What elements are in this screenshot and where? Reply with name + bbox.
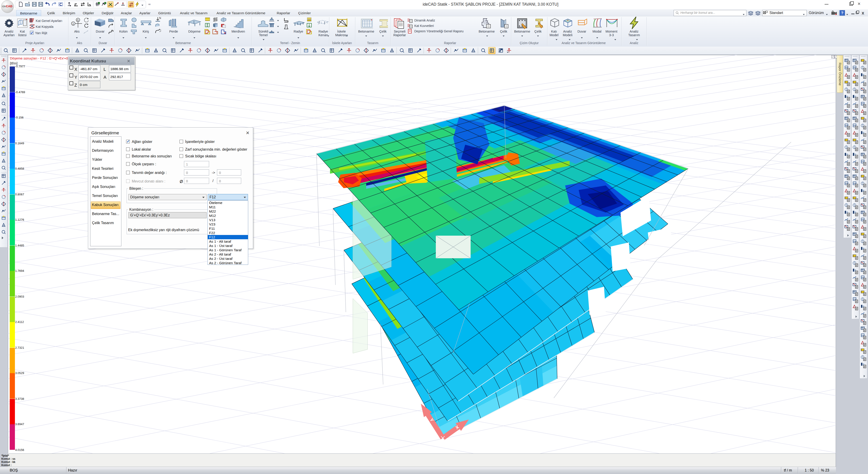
svg-text:1: 1 (72, 22, 74, 25)
svg-text:A: A (77, 18, 79, 22)
svg-text:N: N (159, 17, 161, 20)
